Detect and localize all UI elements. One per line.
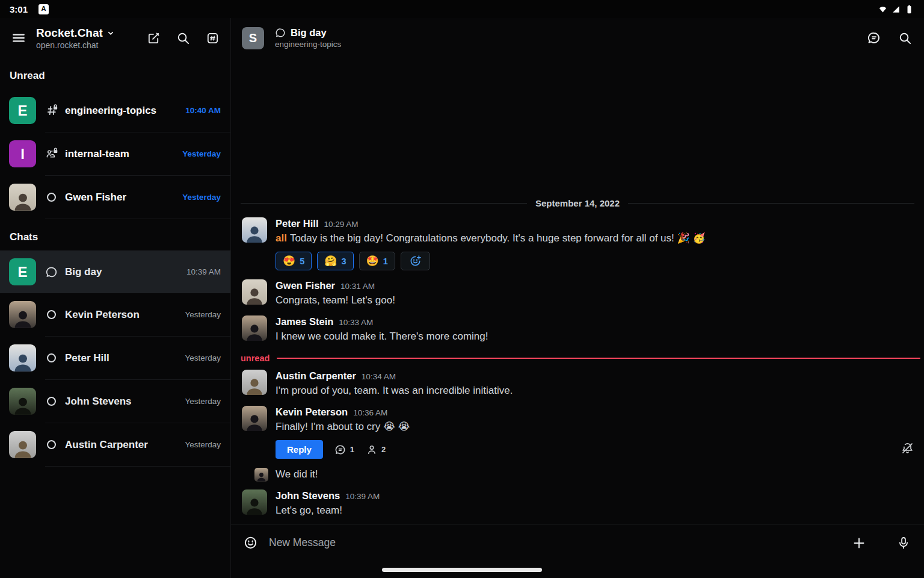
message-text: Let's go, team!: [276, 503, 913, 518]
avatar[interactable]: [242, 315, 267, 341]
avatar[interactable]: [242, 370, 267, 395]
avatar[interactable]: [242, 217, 267, 243]
room-avatar: S: [242, 27, 264, 49]
sidebar-item-gwen-fisher[interactable]: Gwen Fisher Yesterday: [0, 176, 230, 219]
room-name: Big day: [65, 266, 182, 278]
discussion-icon: [45, 266, 60, 279]
thread-participants-count: 2: [381, 445, 386, 454]
sidebar-item-big-day[interactable]: E Big day 10:39 AM: [0, 250, 230, 293]
reaction-chip[interactable]: 🤗 3: [317, 252, 353, 270]
room-title-block[interactable]: Big day engineering-topics: [275, 27, 341, 49]
room-list: Unread E engineering-topics 10:40 AM I i…: [0, 58, 230, 578]
date-divider: September 14, 2022: [231, 198, 924, 208]
battery-icon: [904, 4, 914, 14]
reaction-emoji: 😍: [283, 256, 295, 266]
reaction-count: 1: [383, 256, 388, 266]
reactions-row: 😍 5 🤗 3 🤩 1: [276, 252, 924, 270]
sidebar-item-kevin-peterson[interactable]: Kevin Peterson Yesterday: [0, 293, 230, 336]
plus-icon[interactable]: [852, 536, 866, 550]
room-name: John Stevens: [65, 396, 180, 408]
section-label-unread: Unread: [0, 58, 230, 89]
message-author: Peter Hill: [276, 217, 319, 230]
reaction-chip[interactable]: 😍 5: [276, 252, 312, 270]
microphone-icon[interactable]: [896, 536, 911, 550]
message-author: John Stevens: [276, 489, 340, 502]
room-name: internal-team: [65, 148, 177, 160]
thread-replies[interactable]: 1: [334, 444, 354, 456]
section-label-chats: Chats: [0, 219, 230, 250]
chat-header: S Big day engineering-topics: [231, 18, 924, 58]
chevron-down-icon: [105, 28, 116, 39]
rocket-chat-app: 3:01 A Rocket.Chat open.rocket.chat: [0, 0, 924, 578]
search-icon[interactable]: [898, 31, 912, 45]
message: Peter Hill 10:29 AM allToday is the big …: [231, 217, 924, 246]
hamburger-menu-icon[interactable]: [11, 30, 26, 46]
thread-replies-icon: [334, 444, 346, 456]
sidebar-item-peter-hill[interactable]: Peter Hill Yesterday: [0, 337, 230, 379]
room-time: Yesterday: [185, 397, 221, 406]
android-notification-icon: A: [38, 4, 49, 14]
message-time: 10:39 AM: [345, 490, 380, 503]
wifi-icon: [878, 4, 888, 14]
room-title: Big day: [291, 27, 327, 39]
room-time: Yesterday: [185, 310, 221, 319]
room-time: Yesterday: [185, 353, 221, 362]
message-composer: [231, 524, 924, 561]
private-channel-icon: [45, 104, 60, 117]
avatar[interactable]: [242, 489, 267, 515]
chat-panel: S Big day engineering-topics September: [231, 18, 924, 578]
compose-icon[interactable]: [147, 31, 161, 45]
sidebar-header: Rocket.Chat open.rocket.chat: [0, 18, 230, 58]
emoji-icon[interactable]: [243, 535, 258, 550]
workspace-url: open.rocket.chat: [36, 40, 116, 50]
mention-all[interactable]: all: [276, 232, 287, 244]
thread-participants[interactable]: 2: [366, 444, 386, 456]
directory-icon[interactable]: [206, 31, 220, 45]
message-input[interactable]: [269, 536, 842, 549]
message-list: September 14, 2022 Peter Hill 10:29 AM a…: [231, 58, 924, 524]
private-team-icon: [45, 147, 60, 161]
date-divider-label: September 14, 2022: [535, 198, 620, 208]
discussion-icon: [275, 27, 286, 39]
sidebar-item-austin-carpenter[interactable]: Austin Carpenter Yesterday: [0, 423, 230, 466]
avatar: [9, 301, 36, 328]
message-time: 10:36 AM: [353, 406, 387, 419]
thread-summary: Reply 1 2: [276, 440, 924, 459]
message-text: allToday is the big day! Congratulations…: [276, 231, 913, 246]
message: Gwen Fisher 10:31 AM Congrats, team! Let…: [231, 279, 924, 308]
reaction-count: 5: [300, 256, 304, 266]
avatar: [9, 344, 36, 371]
sidebar-item-engineering-topics[interactable]: E engineering-topics 10:40 AM: [0, 89, 230, 132]
room-time: 10:40 AM: [185, 106, 221, 115]
reply-button[interactable]: Reply: [276, 440, 323, 459]
message-text: I knew we could make it. There's more co…: [276, 329, 913, 344]
avatar: [9, 431, 36, 458]
message-author: James Stein: [276, 315, 333, 328]
reaction-emoji: 🤗: [324, 256, 337, 266]
unread-divider-label: unread: [241, 353, 270, 363]
room-name: Gwen Fisher: [65, 191, 177, 204]
sidebar-item-internal-team[interactable]: I internal-team Yesterday: [0, 132, 230, 175]
threads-icon[interactable]: [867, 31, 881, 45]
message: Kevin Peterson 10:36 AM Finally! I'm abo…: [231, 406, 924, 434]
message-author: Austin Carpenter: [276, 370, 356, 382]
gesture-pill[interactable]: [382, 568, 542, 572]
avatar[interactable]: [242, 406, 267, 431]
message-text: We did it!: [276, 467, 913, 482]
sidebar-item-john-stevens[interactable]: John Stevens Yesterday: [0, 380, 230, 423]
message-text: I'm proud of you, team. It was an incred…: [276, 384, 913, 398]
room-subtitle: engineering-topics: [275, 40, 341, 49]
message-time: 10:31 AM: [340, 280, 375, 293]
avatar[interactable]: [254, 468, 268, 482]
search-icon[interactable]: [176, 31, 190, 45]
message-author: Kevin Peterson: [276, 406, 348, 418]
room-time: Yesterday: [182, 193, 221, 202]
reaction-chip[interactable]: 🤩 1: [359, 252, 395, 270]
message: John Stevens 10:39 AM Let's go, team!: [231, 489, 924, 518]
avatar[interactable]: [242, 279, 267, 305]
workspace-switcher[interactable]: Rocket.Chat open.rocket.chat: [36, 26, 116, 50]
status-offline-icon: [45, 191, 60, 204]
workspace-name: Rocket.Chat: [36, 26, 103, 40]
add-reaction-button[interactable]: [401, 252, 430, 270]
room-name: Kevin Peterson: [65, 309, 180, 321]
